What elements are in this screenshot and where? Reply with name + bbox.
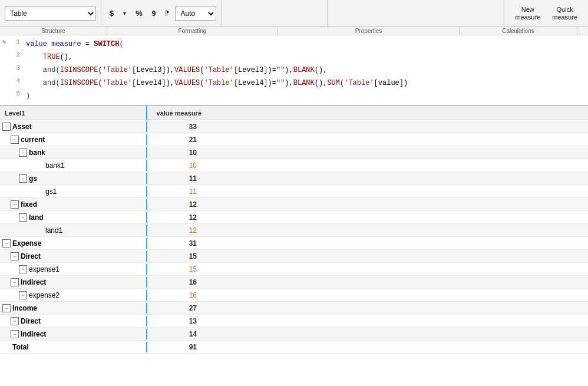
expand-icon[interactable]: − [11,278,19,286]
structure-section: Table [0,0,101,27]
dropdown-arrow-button[interactable]: ▾ [120,8,130,18]
cell-name-3: bank1 [0,160,147,171]
expand-icon[interactable]: − [19,174,27,183]
cell-value-2: 10 [147,147,206,158]
cell-name-15: −Direct [0,316,147,326]
decimal-select[interactable]: Auto 0 1 2 [175,6,216,21]
code-content-3[interactable]: and(ISINSCOPE('Table'[Level3]),VALUES('T… [26,64,588,76]
cell-value-12: 16 [147,277,206,288]
table-row: Total91 [0,341,588,354]
calculations-label: Calculations [460,27,577,35]
cell-name-1: −current [0,134,147,145]
cell-name-9: −Expense [0,238,147,249]
row-label: Indirect [21,278,46,286]
row-label: bank1 [45,161,65,170]
expand-icon[interactable]: − [19,265,27,273]
cell-name-2: −bank [0,147,147,158]
line-number-1: 1 [8,38,26,45]
cell-name-12: −Indirect [0,277,147,288]
row-label: land [29,213,44,222]
expand-icon[interactable]: − [2,123,11,131]
cell-value-15: 13 [147,316,206,326]
cell-value-4: 11 [147,173,206,184]
line-number-3: 3 [8,64,26,71]
expand-icon[interactable]: − [11,252,19,260]
expand-icon[interactable]: − [19,291,27,299]
cell-value-9: 31 [147,238,206,249]
table-row: land112 [0,224,588,237]
row-label: Indirect [21,330,46,338]
properties-section [222,0,328,27]
dollar-button[interactable]: $ [106,7,117,19]
cell-name-11: −expense1 [0,264,147,275]
edit-indicator-1: ✎ [0,38,8,46]
line-number-5: 5 [8,90,26,97]
expand-icon[interactable]: − [2,239,11,248]
expand-icon[interactable]: − [19,149,27,157]
cell-name-17: Total [0,342,147,352]
expand-icon[interactable]: − [2,304,11,312]
cell-name-7: −land [0,212,147,223]
row-label: land1 [45,226,62,235]
table-row: −expense115 [0,263,588,276]
table-row: −Direct15 [0,250,588,263]
cell-value-10: 15 [147,251,206,262]
row-label: expense1 [29,265,60,273]
cell-value-5: 11 [147,186,206,197]
expand-icon[interactable]: − [11,317,19,325]
table-row: gs111 [0,185,588,198]
structure-label: Structure [0,27,107,35]
cell-name-8: land1 [0,225,147,236]
table-select[interactable]: Table [5,6,96,21]
row-label: bank [29,149,45,157]
row-label: fixed [21,200,37,209]
table-row: −land12 [0,211,588,224]
cell-name-6: −fixed [0,199,147,210]
table-row: −expense216 [0,289,588,302]
cell-value-0: 33 [147,121,206,132]
code-content-5[interactable]: ) [26,90,588,102]
properties-label: Properties [278,27,460,35]
app-container: Table $ ▾ % 9 ⁋ Auto 0 1 2 Newmeasure Qu… [0,0,588,354]
table-row: −Indirect14 [0,328,588,341]
expand-icon[interactable]: − [11,330,19,338]
expand-icon[interactable]: − [11,200,19,209]
table-row: −current21 [0,133,588,146]
cell-value-14: 27 [147,303,206,314]
percent-button[interactable]: % [132,7,146,19]
cell-value-7: 12 [147,212,206,223]
code-line-4: 4 and(ISINSCOPE('Table'[Level4]),VALUES(… [0,77,588,90]
code-content-4[interactable]: and(ISINSCOPE('Table'[Level4]),VALUES('T… [26,77,588,89]
comma-button[interactable]: 9 [148,8,160,19]
row-label: gs1 [45,187,57,196]
row-label: Income [12,304,37,312]
new-measure-button[interactable]: Newmeasure [511,4,544,23]
cell-name-16: −Indirect [0,329,147,339]
cell-value-11: 15 [147,264,206,275]
table-row: −gs11 [0,172,588,185]
code-editor: ✎ 1 value measure = SWITCH( 2 TRUE(), 3 … [0,35,588,106]
row-label: Asset [12,123,32,131]
code-content-2[interactable]: TRUE(), [26,51,588,63]
table-row: −Asset33 [0,120,588,133]
row-label: Expense [12,239,41,248]
comma-style-button[interactable]: ⁋ [161,8,173,19]
code-line-5: 5 ) [0,90,588,103]
cell-name-14: −Income [0,303,147,314]
code-content-1[interactable]: value measure = SWITCH( [26,38,588,50]
cell-value-17: 91 [147,342,206,352]
table-row: −Indirect16 [0,276,588,289]
cell-name-4: −gs [0,173,147,184]
row-label: Total [12,343,29,351]
table-row: −Income27 [0,302,588,315]
row-label: expense2 [29,291,60,299]
pencil-icon: ✎ [2,38,6,46]
cell-value-16: 14 [147,329,206,339]
expand-icon[interactable]: − [19,213,27,222]
section-labels: Structure Formatting Properties Calculat… [0,27,588,35]
table-row: −bank10 [0,146,588,159]
formatting-section: $ ▾ % 9 ⁋ Auto 0 1 2 [101,0,222,27]
expand-icon[interactable]: − [11,136,19,144]
quick-measure-button[interactable]: Quickmeasure [549,4,581,23]
code-line-3: 3 and(ISINSCOPE('Table'[Level3]),VALUES(… [0,64,588,77]
